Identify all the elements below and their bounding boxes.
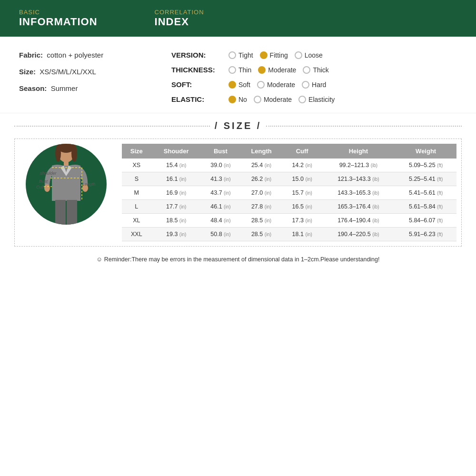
size-title: / SIZE / [215,120,262,131]
size-section: / SIZE / [0,113,476,251]
radio-tight[interactable] [228,51,236,59]
cell-height: 176.4–190.4 (ib) [321,214,395,228]
radio-thin[interactable] [228,66,236,74]
svg-point-6 [44,184,50,192]
cell-shoulder: 19.3 (in) [151,228,201,241]
table-row: S 16.1 (in) 41.3 (in) 26.2 (in) 15.0 (in… [122,172,456,186]
table-row: XS 15.4 (in) 39.0 (in) 25.4 (in) 14.2 (i… [122,159,456,172]
elastic-elasticity[interactable]: Elasticity [298,96,335,103]
basic-section: Fabric: cotton + polyester Size: XS/S/M/… [0,37,476,113]
elastic-no[interactable]: No [228,96,247,103]
cell-length: 28.5 (in) [240,228,283,241]
radio-moderate-s[interactable] [257,81,265,89]
svg-text:Length: Length [82,182,96,187]
radio-no[interactable] [228,96,236,103]
svg-rect-4 [64,161,69,166]
svg-rect-9 [67,200,77,225]
cell-cuff: 17.3 (in) [283,214,322,228]
radio-moderate-t[interactable] [258,66,266,74]
season-row: Season: Summer [19,84,171,92]
soft-moderate-label: Moderate [267,81,295,89]
cell-shoulder: 15.4 (in) [151,159,201,172]
thickness-moderate[interactable]: Moderate [258,66,296,74]
thickness-thick[interactable]: Thick [303,66,328,74]
svg-text:Cuff: Cuff [36,185,45,189]
cell-weight: 5.41–5.61 (ft) [395,186,456,200]
radio-moderate-e[interactable] [254,96,261,103]
soft-moderate[interactable]: Moderate [257,81,295,89]
version-row: VERSION: Tight Fitting Loose [171,51,457,59]
cell-bust: 50.8 (in) [201,228,240,241]
col-cuff: Cuff [283,144,322,159]
reminder-text: ☺ Reminder:There may be errors in the me… [96,256,379,263]
elastic-row: ELASTIC: No Moderate Elasticity [171,95,457,103]
version-tight-label: Tight [238,51,253,59]
version-fitting-label: Fitting [270,51,288,59]
soft-row: SOFT: Soft Moderate Hard [171,80,457,89]
soft-options: Soft Moderate Hard [228,81,326,89]
version-options: Tight Fitting Loose [228,51,323,59]
size-table: Size Shouder Bust Length Cuff Height Wei… [122,144,456,241]
col-size: Size [122,144,151,159]
header-right-title: INDEX [155,16,204,28]
cell-weight: 5.91–6.23 (ft) [395,228,456,241]
elastic-label: ELASTIC: [171,95,224,103]
cell-bust: 46.1 (in) [201,200,240,214]
cell-cuff: 15.7 (in) [283,186,322,200]
cell-weight: 5.84–6.07 (ft) [395,214,456,228]
cell-bust: 39.0 (in) [201,159,240,172]
header: BASIC INFORMATION CORRELATION INDEX [0,0,476,37]
cell-shoulder: 17.7 (in) [151,200,201,214]
season-label: Season: [19,84,47,92]
fabric-label: Fabric: [19,51,43,59]
thickness-label: THICKNESS: [171,66,224,74]
header-left-title: INFORMATION [19,16,98,28]
soft-hard[interactable]: Hard [302,81,326,89]
cell-shoulder: 16.9 (in) [151,186,201,200]
fabric-value: cotton + polyester [47,51,103,59]
thickness-thin-label: Thin [238,66,251,74]
dotted-line-right [266,126,462,127]
elastic-moderate[interactable]: Moderate [254,96,292,103]
model-area: shoulder Bust Cuff Length [20,144,112,241]
cell-length: 27.8 (in) [240,200,283,214]
cell-size: L [122,200,151,214]
cell-weight: 5.09–5.25 (ft) [395,159,456,172]
version-fitting[interactable]: Fitting [260,51,288,59]
elastic-elasticity-label: Elasticity [308,96,335,103]
cell-shoulder: 16.1 (in) [151,172,201,186]
cell-bust: 43.7 (in) [201,186,240,200]
version-tight[interactable]: Tight [228,51,253,59]
radio-soft[interactable] [228,81,236,89]
svg-text:Bust: Bust [39,179,48,184]
radio-hard[interactable] [302,81,309,89]
radio-elasticity[interactable] [298,96,306,103]
cell-weight: 5.61–5.84 (ft) [395,200,456,214]
cell-weight: 5.25–5.41 (ft) [395,172,456,186]
version-loose[interactable]: Loose [295,51,323,59]
thickness-thick-label: Thick [313,66,328,74]
table-row: XL 18.5 (in) 48.4 (in) 28.5 (in) 17.3 (i… [122,214,456,228]
elastic-moderate-label: Moderate [264,96,292,103]
col-weight: Weight [395,144,456,159]
thickness-thin[interactable]: Thin [228,66,251,74]
radio-thick[interactable] [303,66,310,74]
cell-size: XL [122,214,151,228]
reminder: ☺ Reminder:There may be errors in the me… [0,251,476,268]
cell-size: S [122,172,151,186]
size-label: Size: [19,68,36,76]
cell-height: 121.3–143.3 (ib) [321,172,395,186]
version-label: VERSION: [171,51,224,59]
thickness-options: Thin Moderate Thick [228,66,329,74]
radio-loose[interactable] [295,51,302,59]
soft-soft[interactable]: Soft [228,81,250,89]
size-table-wrap: Size Shouder Bust Length Cuff Height Wei… [122,144,456,241]
cell-cuff: 15.0 (in) [283,172,322,186]
right-info: VERSION: Tight Fitting Loose THICKNESS: [171,46,457,103]
radio-fitting[interactable] [260,51,268,59]
col-height: Height [321,144,395,159]
season-value: Summer [51,84,78,92]
cell-shoulder: 18.5 (in) [151,214,201,228]
elastic-options: No Moderate Elasticity [228,96,335,103]
col-length: Length [240,144,283,159]
